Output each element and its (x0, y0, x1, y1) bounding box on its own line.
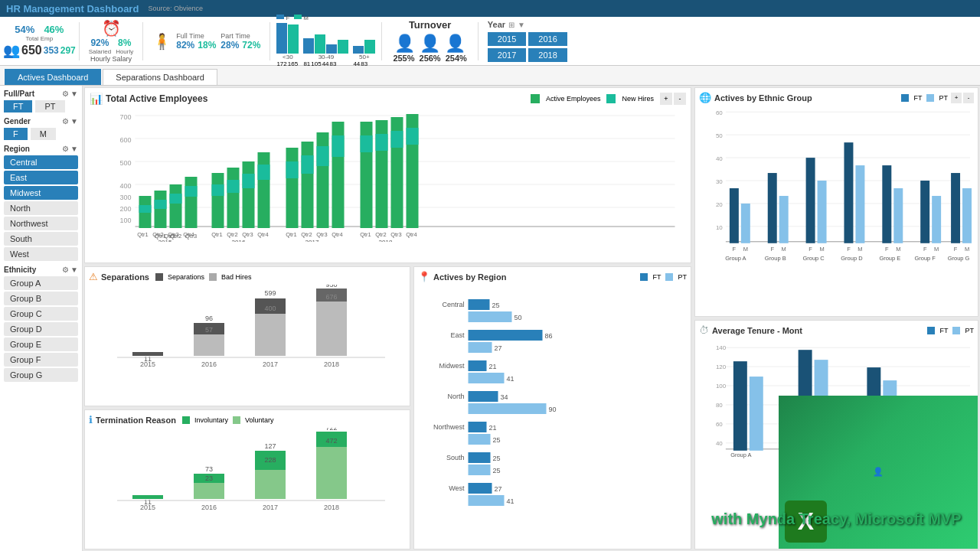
hourly-pct-92: 92% (89, 37, 111, 48)
svg-text:300: 300 (120, 194, 132, 201)
svg-text:Qtr1: Qtr1 (360, 231, 371, 238)
svg-text:2016: 2016 (201, 504, 217, 511)
svg-rect-128 (469, 422, 487, 432)
svg-text:M: M (896, 246, 900, 253)
svg-rect-166 (932, 196, 941, 243)
region-filter-icon[interactable]: ▼ (70, 145, 78, 153)
svg-text:Group A: Group A (730, 452, 751, 458)
svg-rect-33 (227, 180, 240, 193)
svg-rect-44 (286, 161, 299, 178)
svg-text:F: F (733, 246, 737, 253)
svg-text:20: 20 (716, 201, 723, 208)
year-2015-btn[interactable]: 2015 (488, 32, 527, 46)
svg-text:30: 30 (716, 178, 723, 185)
svg-text:Qtr4: Qtr4 (406, 231, 417, 238)
svg-text:400: 400 (264, 305, 276, 312)
tab-separations[interactable]: Separations Dashboard (103, 69, 217, 85)
sidebar-region-central[interactable]: Central (4, 155, 78, 169)
svg-text:80: 80 (716, 402, 723, 409)
sidebar-ethnicity-group-f[interactable]: Group F (4, 353, 78, 367)
ethnicity-filter-icon[interactable]: ▼ (70, 266, 78, 274)
parttime-label: Part Time (220, 32, 260, 40)
gender-settings-icon[interactable]: ⚙ (62, 117, 69, 126)
year-2018-btn[interactable]: 2018 (528, 48, 567, 62)
sidebar-region-northwest[interactable]: Northwest (4, 217, 78, 230)
svg-rect-19 (185, 177, 198, 228)
svg-text:96: 96 (205, 315, 213, 322)
svg-text:F: F (885, 246, 889, 253)
separations-chart: 11 96 57 599 400 (89, 285, 406, 369)
svg-text:676: 676 (325, 293, 337, 301)
sidebar-ethnicity-group-b[interactable]: Group B (4, 292, 78, 305)
turnover-title: Turnover (409, 19, 451, 31)
svg-text:2015: 2015 (140, 360, 155, 368)
region-ft-legend: FT (652, 273, 661, 281)
svg-rect-120 (469, 373, 505, 383)
legend-new: New Hires (622, 95, 654, 103)
svg-rect-99 (316, 447, 347, 499)
svg-text:West: West (449, 484, 465, 492)
svg-rect-35 (243, 174, 255, 188)
svg-rect-155 (730, 188, 739, 243)
svg-text:120: 120 (716, 364, 727, 370)
sidebar-region-north[interactable]: North (4, 201, 78, 215)
chart-collapse-btn[interactable]: - (674, 93, 686, 105)
ethnicity-settings-icon[interactable]: ⚙ (62, 266, 69, 274)
svg-text:Midwest: Midwest (439, 362, 465, 370)
fullpart-filter-icon[interactable]: ▼ (70, 90, 78, 98)
sidebar-ethnicity-group-e[interactable]: Group E (4, 337, 78, 351)
svg-rect-130 (469, 434, 491, 445)
fullpart-settings-icon[interactable]: ⚙ (62, 90, 69, 98)
sidebar-region-west[interactable]: West (4, 247, 78, 261)
ft-btn[interactable]: FT (4, 100, 32, 112)
svg-text:60: 60 (716, 109, 723, 116)
svg-text:599: 599 (264, 289, 276, 297)
sidebar-ethnicity-group-g[interactable]: Group G (4, 368, 78, 382)
m-btn[interactable]: M (31, 128, 56, 140)
total-active-icon: 📊 (90, 93, 103, 105)
svg-text:100: 100 (716, 383, 727, 390)
tab-actives[interactable]: Actives Dashboard (5, 69, 101, 85)
pt-btn[interactable]: PT (35, 100, 64, 112)
chart-expand-btn[interactable]: + (660, 93, 672, 105)
hourly-salary-label: Hourly Salary (90, 55, 132, 63)
svg-text:Group D: Group D (841, 255, 863, 262)
svg-rect-203 (733, 361, 747, 451)
filter-icon: ⊞ (508, 21, 514, 29)
ethnic-expand-btn[interactable]: + (951, 93, 962, 103)
sidebar-ethnicity-group-d[interactable]: Group D (4, 322, 78, 336)
sidebar-region-east[interactable]: East (4, 171, 78, 184)
ethnic-group-chart: 60 50 40 30 20 10 (699, 106, 974, 266)
svg-rect-50 (332, 135, 345, 157)
m-count: 297 (60, 45, 76, 56)
svg-text:Qtr4: Qtr4 (183, 231, 194, 238)
svg-text:10: 10 (716, 224, 723, 231)
year-2016-btn[interactable]: 2016 (528, 32, 567, 46)
svg-rect-156 (741, 204, 750, 243)
svg-rect-135 (469, 465, 491, 475)
globe-icon: 🌐 (699, 92, 711, 103)
svg-text:South: South (446, 454, 465, 461)
hourly-pct-8: 8% (116, 37, 133, 48)
gender-filter-icon[interactable]: ▼ (70, 117, 78, 126)
sidebar-ethnicity-group-a[interactable]: Group A (4, 276, 78, 290)
ethnic-ft-legend: FT (913, 94, 922, 102)
svg-rect-31 (212, 184, 224, 196)
total-count: 650 (21, 44, 42, 57)
sidebar-region-midwest[interactable]: Midwest (4, 186, 78, 200)
svg-text:27: 27 (495, 344, 502, 352)
svg-text:50: 50 (716, 132, 723, 139)
region-settings-icon[interactable]: ⚙ (62, 145, 69, 153)
svg-text:228: 228 (264, 456, 276, 464)
year-2017-btn[interactable]: 2017 (488, 48, 527, 62)
svg-rect-18 (170, 194, 182, 204)
svg-text:2016: 2016 (232, 239, 246, 242)
video-overlay: 👤 X (779, 396, 978, 549)
termination-title: Termination Reason (96, 416, 176, 425)
f-btn[interactable]: F (4, 128, 28, 140)
svg-text:23: 23 (205, 474, 213, 482)
ethnic-collapse-btn[interactable]: - (963, 93, 974, 103)
sidebar-region-south[interactable]: South (4, 232, 78, 246)
sidebar-ethnicity-group-c[interactable]: Group C (4, 307, 78, 321)
svg-text:27: 27 (495, 485, 502, 493)
